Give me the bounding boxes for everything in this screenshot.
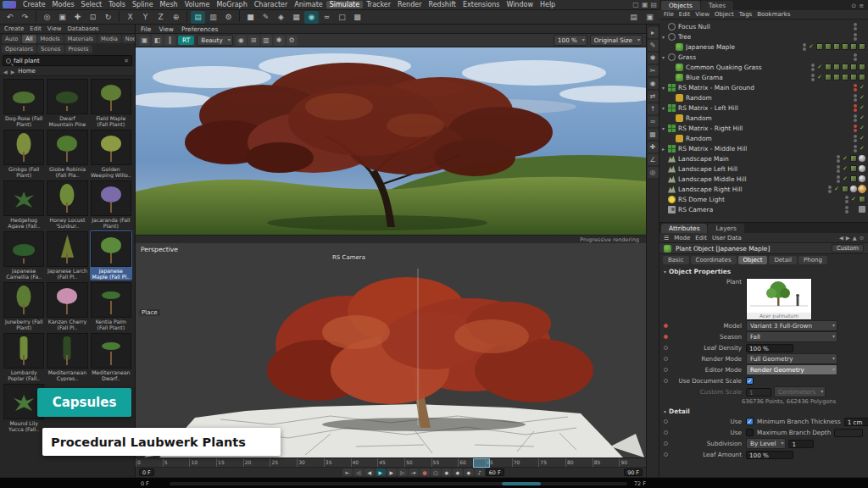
- om-menu-file[interactable]: File: [664, 11, 674, 18]
- filter-tab-models[interactable]: Models: [37, 35, 64, 43]
- enable-toggle[interactable]: ✓: [842, 165, 849, 172]
- menu-item-tracker[interactable]: Tracker: [363, 1, 394, 8]
- visibility-dots[interactable]: [837, 155, 840, 163]
- enable-toggle[interactable]: ✓: [816, 74, 823, 80]
- attr-tab-phong[interactable]: Phong: [798, 256, 827, 264]
- enable-toggle[interactable]: ✓: [842, 155, 849, 162]
- enable-toggle[interactable]: ✓: [859, 145, 865, 152]
- render-view-icon[interactable]: ▤: [191, 11, 205, 24]
- visibility-dots[interactable]: [854, 94, 857, 102]
- search-input[interactable]: fall plant ✕: [3, 55, 132, 66]
- timeline-tick[interactable]: 20: [243, 458, 270, 467]
- object-row[interactable]: RS Dome Light✓: [659, 194, 868, 204]
- menu-item-volume[interactable]: Volume: [181, 1, 214, 8]
- plant-item[interactable]: Golden Weeping Willo..: [90, 129, 132, 179]
- timeline-tick[interactable]: 35: [324, 458, 351, 467]
- enable-toggle[interactable]: ✓: [842, 175, 849, 182]
- visibility-dots[interactable]: [854, 114, 857, 122]
- perspective-viewport[interactable]: Perspective RS Camera Place: [136, 243, 646, 458]
- key-dot[interactable]: [664, 368, 668, 372]
- category-tab-presets[interactable]: Presets: [65, 45, 92, 53]
- om-menu-view[interactable]: View: [695, 11, 709, 18]
- zoom-dropdown[interactable]: 100 %: [554, 35, 587, 46]
- texture-tag-icon[interactable]: [842, 64, 849, 70]
- interface-icon[interactable]: ▤: [626, 11, 641, 24]
- visibility-dots[interactable]: [811, 64, 815, 71]
- plant-item[interactable]: Honey Locust 'Sunbur..: [46, 180, 88, 230]
- plant-item[interactable]: Mediterranean Dwarf..: [90, 332, 132, 382]
- menu-item-create[interactable]: Create: [19, 1, 49, 8]
- undo-icon[interactable]: ↶: [3, 11, 17, 24]
- display-icon[interactable]: ▩: [350, 11, 364, 24]
- interface-icon[interactable]: ▣: [643, 11, 657, 24]
- expand-arrow-icon[interactable]: ▾: [662, 125, 668, 131]
- select-tool-icon[interactable]: ▸: [648, 27, 659, 38]
- filter-tab-materials[interactable]: Materials: [64, 35, 97, 43]
- keyframe-rotation-button[interactable]: ◆: [464, 469, 474, 476]
- texture-tag-icon[interactable]: [842, 43, 849, 50]
- phong-tag-icon[interactable]: [859, 155, 865, 162]
- menu-item-redshift[interactable]: Redshift: [425, 1, 459, 8]
- menu-item-window[interactable]: Window: [503, 1, 537, 8]
- object-row[interactable]: ▸RS Matrix - Middle Hill✓: [659, 143, 868, 153]
- breadcrumb[interactable]: ◀ ▶ Home: [0, 67, 135, 76]
- render-picture-viewer-icon[interactable]: ▥: [206, 11, 220, 24]
- knife-tool-icon[interactable]: ✂: [648, 65, 659, 76]
- region-render-icon[interactable]: ⊞: [248, 36, 259, 46]
- enable-toggle[interactable]: ✓: [859, 125, 865, 131]
- workplane-tool-icon[interactable]: ▦: [648, 129, 659, 140]
- object-row[interactable]: ▾Tree: [659, 31, 868, 42]
- render-canvas[interactable]: [136, 47, 646, 235]
- tab-takes[interactable]: Takes: [701, 1, 733, 10]
- range-slider-handle[interactable]: [502, 482, 541, 485]
- magnet-tool-icon[interactable]: ◉: [648, 78, 659, 89]
- keyframe-scale-button[interactable]: ◆: [453, 469, 463, 476]
- plant-item[interactable]: Dog-Rose (Fall Plant): [3, 78, 45, 128]
- key-dot[interactable]: [664, 430, 668, 435]
- object-row[interactable]: Japanese Maple✓: [659, 42, 868, 52]
- timeline-tick[interactable]: 0: [136, 458, 163, 467]
- plant-item[interactable]: Kentia Palm (Fall Plant): [90, 281, 132, 331]
- asset-menu-view[interactable]: View: [47, 25, 62, 32]
- key-dot[interactable]: [664, 441, 668, 446]
- visibility-dots[interactable]: [854, 84, 857, 92]
- expand-arrow-icon[interactable]: ▾: [662, 105, 668, 111]
- expand-arrow-icon[interactable]: ▾: [662, 54, 668, 60]
- asset-menu-create[interactable]: Create: [4, 25, 24, 32]
- plant-item[interactable]: Japanese Camellia (Fa..: [3, 230, 45, 280]
- camera-object-label[interactable]: RS Camera: [332, 254, 365, 261]
- plant-item[interactable]: Kanzan Cherry (Fall Pl..: [46, 281, 88, 331]
- render-settings-icon[interactable]: ⚙: [221, 11, 236, 24]
- key-dot[interactable]: [664, 379, 668, 383]
- scale-icon[interactable]: ⊡: [86, 11, 100, 24]
- texture-tag-icon[interactable]: [850, 155, 857, 162]
- timeline-tick[interactable]: 90: [619, 458, 646, 467]
- plant-item[interactable]: Ginkgo (Fall Plant): [3, 129, 45, 179]
- model-dropdown[interactable]: Variant 3 Full-Grown: [746, 320, 837, 331]
- season-dropdown[interactable]: Fall: [746, 331, 837, 342]
- mode-menu[interactable]: Mode: [674, 235, 690, 241]
- use-document-scale-checkbox[interactable]: ✓: [746, 377, 754, 385]
- plant-item[interactable]: Dwarf Mountain Pine (F..: [46, 78, 88, 128]
- autokey-button[interactable]: ○: [431, 469, 441, 476]
- object-row[interactable]: Random✓: [659, 92, 868, 103]
- texture-tag-icon[interactable]: [859, 43, 865, 50]
- menu-item-character[interactable]: Character: [251, 1, 292, 8]
- field-icon[interactable]: ◉: [304, 11, 319, 24]
- enable-toggle[interactable]: ✓: [808, 43, 815, 50]
- visibility-dots[interactable]: [803, 43, 806, 51]
- object-row[interactable]: RS Camera: [659, 204, 868, 214]
- texture-tag-icon[interactable]: [833, 64, 840, 70]
- user-data-menu[interactable]: User Data: [712, 235, 742, 241]
- render-view-menu-view[interactable]: View: [159, 25, 174, 33]
- key-dot[interactable]: [664, 452, 668, 457]
- key-dot[interactable]: [664, 346, 668, 350]
- viewport-label[interactable]: Perspective: [141, 246, 178, 253]
- object-properties-header[interactable]: ▾ Object Properties: [659, 266, 868, 276]
- category-tab-operators[interactable]: Operators: [2, 45, 36, 53]
- texture-tag-icon[interactable]: [859, 74, 865, 80]
- render-options-icon[interactable]: ⚙: [287, 36, 298, 46]
- keyframe-position-button[interactable]: ◆: [442, 469, 452, 476]
- rectangle-selection-icon[interactable]: ▣: [55, 11, 70, 24]
- plant-item[interactable]: Field Maple (Fall Plant): [90, 78, 132, 128]
